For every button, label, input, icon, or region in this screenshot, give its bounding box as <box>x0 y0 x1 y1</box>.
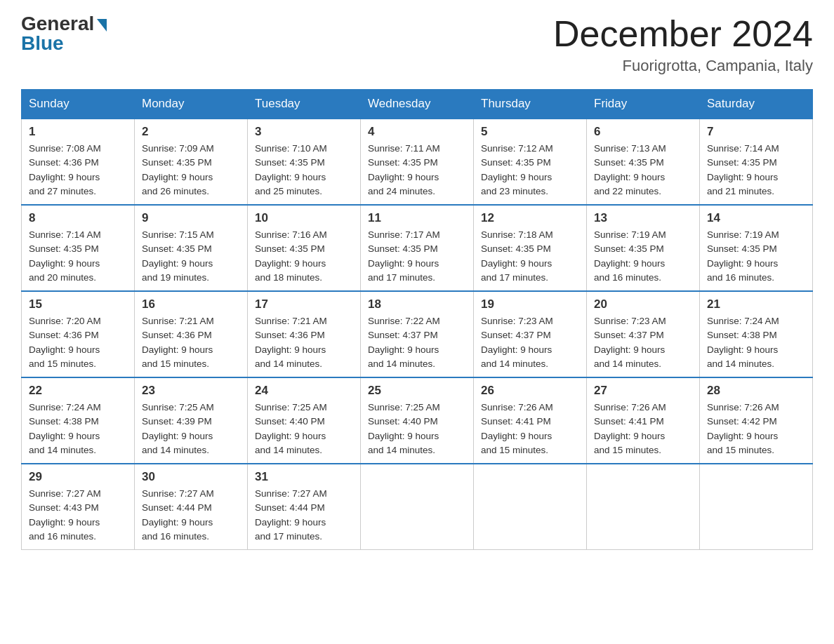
week-row-2: 8 Sunrise: 7:14 AM Sunset: 4:35 PM Dayli… <box>22 205 813 291</box>
day-info: Sunrise: 7:26 AM Sunset: 4:41 PM Dayligh… <box>594 401 692 457</box>
calendar-cell <box>361 464 474 550</box>
weekday-header-thursday: Thursday <box>474 90 587 119</box>
day-number: 19 <box>481 297 579 311</box>
day-number: 9 <box>142 211 240 225</box>
day-info: Sunrise: 7:25 AM Sunset: 4:40 PM Dayligh… <box>255 401 353 457</box>
calendar-cell: 23 Sunrise: 7:25 AM Sunset: 4:39 PM Dayl… <box>135 377 248 464</box>
day-number: 10 <box>255 211 353 225</box>
weekday-header-monday: Monday <box>135 90 248 119</box>
calendar-cell: 29 Sunrise: 7:27 AM Sunset: 4:43 PM Dayl… <box>22 464 135 550</box>
day-info: Sunrise: 7:16 AM Sunset: 4:35 PM Dayligh… <box>255 228 353 285</box>
day-info: Sunrise: 7:21 AM Sunset: 4:36 PM Dayligh… <box>255 314 353 371</box>
calendar-cell: 5 Sunrise: 7:12 AM Sunset: 4:35 PM Dayli… <box>474 119 587 205</box>
calendar-cell: 14 Sunrise: 7:19 AM Sunset: 4:35 PM Dayl… <box>700 205 813 291</box>
calendar-cell: 21 Sunrise: 7:24 AM Sunset: 4:38 PM Dayl… <box>700 291 813 377</box>
day-info: Sunrise: 7:26 AM Sunset: 4:41 PM Dayligh… <box>481 401 579 457</box>
day-number: 26 <box>481 384 579 398</box>
day-number: 24 <box>255 384 353 398</box>
weekday-header-row: SundayMondayTuesdayWednesdayThursdayFrid… <box>22 90 813 119</box>
day-info: Sunrise: 7:09 AM Sunset: 4:35 PM Dayligh… <box>142 142 240 199</box>
day-info: Sunrise: 7:11 AM Sunset: 4:35 PM Dayligh… <box>368 142 466 199</box>
calendar-cell <box>474 464 587 550</box>
day-info: Sunrise: 7:17 AM Sunset: 4:35 PM Dayligh… <box>368 228 466 285</box>
calendar-cell: 8 Sunrise: 7:14 AM Sunset: 4:35 PM Dayli… <box>22 205 135 291</box>
day-number: 14 <box>707 211 805 225</box>
calendar-cell: 19 Sunrise: 7:23 AM Sunset: 4:37 PM Dayl… <box>474 291 587 377</box>
day-number: 16 <box>142 297 240 311</box>
day-number: 15 <box>29 297 127 311</box>
calendar-cell: 16 Sunrise: 7:21 AM Sunset: 4:36 PM Dayl… <box>135 291 248 377</box>
calendar-cell: 4 Sunrise: 7:11 AM Sunset: 4:35 PM Dayli… <box>361 119 474 205</box>
week-row-1: 1 Sunrise: 7:08 AM Sunset: 4:36 PM Dayli… <box>22 119 813 205</box>
day-number: 2 <box>142 125 240 139</box>
day-info: Sunrise: 7:10 AM Sunset: 4:35 PM Dayligh… <box>255 142 353 199</box>
day-number: 13 <box>594 211 692 225</box>
logo: General Blue <box>21 14 107 55</box>
calendar-cell: 3 Sunrise: 7:10 AM Sunset: 4:35 PM Dayli… <box>248 119 361 205</box>
day-info: Sunrise: 7:21 AM Sunset: 4:36 PM Dayligh… <box>142 314 240 371</box>
day-info: Sunrise: 7:24 AM Sunset: 4:38 PM Dayligh… <box>707 314 805 371</box>
day-info: Sunrise: 7:14 AM Sunset: 4:35 PM Dayligh… <box>707 142 805 199</box>
day-info: Sunrise: 7:08 AM Sunset: 4:36 PM Dayligh… <box>29 142 127 199</box>
day-info: Sunrise: 7:22 AM Sunset: 4:37 PM Dayligh… <box>368 314 466 371</box>
day-info: Sunrise: 7:25 AM Sunset: 4:39 PM Dayligh… <box>142 401 240 457</box>
day-number: 31 <box>255 470 353 484</box>
calendar-cell: 27 Sunrise: 7:26 AM Sunset: 4:41 PM Dayl… <box>587 377 700 464</box>
calendar-cell: 26 Sunrise: 7:26 AM Sunset: 4:41 PM Dayl… <box>474 377 587 464</box>
day-number: 27 <box>594 384 692 398</box>
title-block: December 2024 Fuorigrotta, Campania, Ita… <box>553 14 813 75</box>
day-number: 20 <box>594 297 692 311</box>
weekday-header-sunday: Sunday <box>22 90 135 119</box>
logo-blue-text: Blue <box>21 32 64 55</box>
calendar-cell: 2 Sunrise: 7:09 AM Sunset: 4:35 PM Dayli… <box>135 119 248 205</box>
day-number: 11 <box>368 211 466 225</box>
day-number: 5 <box>481 125 579 139</box>
day-number: 25 <box>368 384 466 398</box>
day-info: Sunrise: 7:23 AM Sunset: 4:37 PM Dayligh… <box>594 314 692 371</box>
day-info: Sunrise: 7:12 AM Sunset: 4:35 PM Dayligh… <box>481 142 579 199</box>
weekday-header-wednesday: Wednesday <box>361 90 474 119</box>
calendar-cell: 31 Sunrise: 7:27 AM Sunset: 4:44 PM Dayl… <box>248 464 361 550</box>
day-info: Sunrise: 7:24 AM Sunset: 4:38 PM Dayligh… <box>29 401 127 457</box>
calendar-cell: 18 Sunrise: 7:22 AM Sunset: 4:37 PM Dayl… <box>361 291 474 377</box>
day-info: Sunrise: 7:25 AM Sunset: 4:40 PM Dayligh… <box>368 401 466 457</box>
calendar-cell: 25 Sunrise: 7:25 AM Sunset: 4:40 PM Dayl… <box>361 377 474 464</box>
weekday-header-friday: Friday <box>587 90 700 119</box>
day-info: Sunrise: 7:19 AM Sunset: 4:35 PM Dayligh… <box>594 228 692 285</box>
day-info: Sunrise: 7:15 AM Sunset: 4:35 PM Dayligh… <box>142 228 240 285</box>
page-header: General Blue December 2024 Fuorigrotta, … <box>21 14 813 75</box>
day-info: Sunrise: 7:26 AM Sunset: 4:42 PM Dayligh… <box>707 401 805 457</box>
calendar-cell: 13 Sunrise: 7:19 AM Sunset: 4:35 PM Dayl… <box>587 205 700 291</box>
day-info: Sunrise: 7:27 AM Sunset: 4:44 PM Dayligh… <box>255 487 353 544</box>
week-row-5: 29 Sunrise: 7:27 AM Sunset: 4:43 PM Dayl… <box>22 464 813 550</box>
day-info: Sunrise: 7:23 AM Sunset: 4:37 PM Dayligh… <box>481 314 579 371</box>
calendar-cell: 28 Sunrise: 7:26 AM Sunset: 4:42 PM Dayl… <box>700 377 813 464</box>
calendar-cell: 1 Sunrise: 7:08 AM Sunset: 4:36 PM Dayli… <box>22 119 135 205</box>
day-info: Sunrise: 7:27 AM Sunset: 4:44 PM Dayligh… <box>142 487 240 544</box>
calendar-cell: 7 Sunrise: 7:14 AM Sunset: 4:35 PM Dayli… <box>700 119 813 205</box>
day-number: 7 <box>707 125 805 139</box>
calendar-cell: 24 Sunrise: 7:25 AM Sunset: 4:40 PM Dayl… <box>248 377 361 464</box>
day-info: Sunrise: 7:13 AM Sunset: 4:35 PM Dayligh… <box>594 142 692 199</box>
location-text: Fuorigrotta, Campania, Italy <box>553 57 813 75</box>
logo-arrow-icon <box>97 19 107 32</box>
day-number: 29 <box>29 470 127 484</box>
day-number: 1 <box>29 125 127 139</box>
day-number: 12 <box>481 211 579 225</box>
day-number: 30 <box>142 470 240 484</box>
day-number: 6 <box>594 125 692 139</box>
calendar-cell: 11 Sunrise: 7:17 AM Sunset: 4:35 PM Dayl… <box>361 205 474 291</box>
day-number: 28 <box>707 384 805 398</box>
day-number: 21 <box>707 297 805 311</box>
week-row-3: 15 Sunrise: 7:20 AM Sunset: 4:36 PM Dayl… <box>22 291 813 377</box>
day-number: 23 <box>142 384 240 398</box>
calendar-cell: 20 Sunrise: 7:23 AM Sunset: 4:37 PM Dayl… <box>587 291 700 377</box>
calendar-cell <box>700 464 813 550</box>
logo-general-text: General <box>21 14 94 34</box>
month-title: December 2024 <box>553 14 813 54</box>
calendar-cell: 30 Sunrise: 7:27 AM Sunset: 4:44 PM Dayl… <box>135 464 248 550</box>
day-number: 18 <box>368 297 466 311</box>
day-info: Sunrise: 7:20 AM Sunset: 4:36 PM Dayligh… <box>29 314 127 371</box>
calendar-cell: 15 Sunrise: 7:20 AM Sunset: 4:36 PM Dayl… <box>22 291 135 377</box>
calendar-table: SundayMondayTuesdayWednesdayThursdayFrid… <box>21 89 813 550</box>
